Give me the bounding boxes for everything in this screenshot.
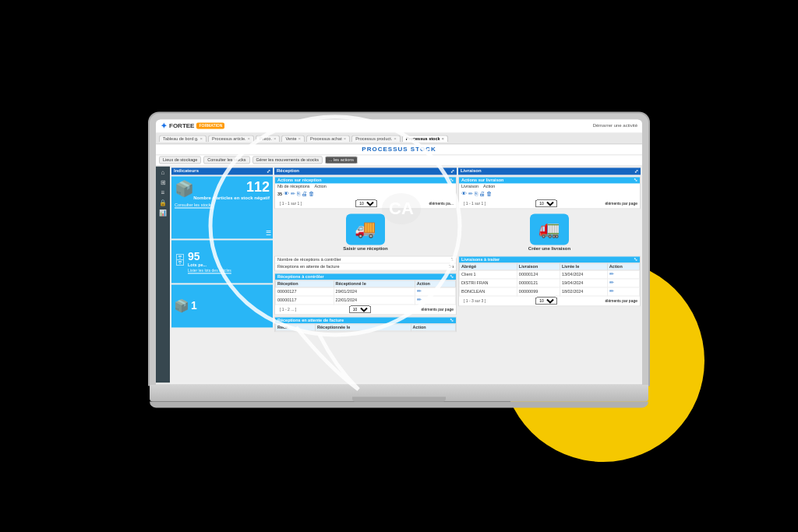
collapse-icon[interactable]: ⤡ bbox=[634, 178, 637, 182]
logo-area: ✦ FORTEE FORMATION bbox=[161, 122, 224, 130]
tab-tableau[interactable]: Tableau de bord g. × bbox=[159, 135, 207, 142]
controler-pagination: [ 1 - 2 ... ] bbox=[277, 306, 298, 312]
nav-consulter-stocks[interactable]: Consulter les stocks bbox=[203, 156, 249, 164]
row-action-icon[interactable]: ✏ bbox=[417, 297, 422, 302]
collapse-icon[interactable]: ⤡ bbox=[450, 274, 454, 279]
actions-livraison-header: Actions sur livraison ⤡ bbox=[459, 177, 640, 183]
attente-table: Réce. Réceptionnée le Action bbox=[275, 323, 456, 331]
tab-processus-article[interactable]: Processus article. × bbox=[208, 135, 254, 142]
table-row: 00000117 22/01/2024 ✏ bbox=[276, 295, 456, 304]
livraisons-traiter: Livraisons à traiter ⤡ Abrégé Livrai bbox=[458, 255, 641, 306]
scene: ✦ FORTEE FORMATION Démarrer une activité… bbox=[0, 0, 798, 532]
lock-icon: 🔒 bbox=[159, 199, 167, 206]
tab-processus-product[interactable]: Processus product. × bbox=[351, 135, 401, 142]
edit-icon[interactable]: ✏ bbox=[291, 191, 295, 197]
row-action-icon[interactable]: ✏ bbox=[609, 271, 614, 277]
livraison-truck-icon: 🚛 bbox=[530, 213, 569, 245]
collapse-icon[interactable]: ⤡ bbox=[450, 318, 454, 322]
traiter-table: Abrégé Livraison Livrée le Action bbox=[459, 262, 640, 296]
tab-preco[interactable]: Préco. × bbox=[256, 135, 280, 142]
nav-lieux-stockage[interactable]: Lieux de stockage bbox=[159, 156, 201, 164]
print-icon[interactable]: 🖨 bbox=[302, 191, 307, 196]
indicator-menu-icon[interactable]: ☰ bbox=[266, 230, 271, 237]
per-page-label2: éléments par page bbox=[422, 307, 454, 312]
collapse-icon[interactable]: ⤡ bbox=[450, 178, 454, 182]
view-icon[interactable]: 👁 bbox=[461, 191, 467, 196]
ca-badge: CA bbox=[382, 193, 421, 224]
livraison-action-icons: 👁 ✏ ⎘ 🖨 🗑 bbox=[459, 189, 640, 199]
traiter-per-page-select[interactable]: 10 bbox=[535, 297, 557, 305]
col-reception: Réception ⤢ Actions sur réception ⤡ bbox=[274, 167, 457, 381]
collapse-icon[interactable]: ⤡ bbox=[634, 257, 637, 262]
tab-vente[interactable]: Vente × bbox=[281, 135, 305, 142]
indicator-number-lots: 95 bbox=[188, 250, 231, 262]
expand-icon[interactable]: ⤢ bbox=[634, 168, 638, 174]
expand-icon[interactable]: ⤢ bbox=[267, 168, 270, 174]
table-row: Client 1 00000124 13/04/2024 ✏ bbox=[460, 270, 640, 278]
tab-processus-stock[interactable]: Processus stock × bbox=[402, 135, 448, 142]
per-page-select[interactable]: 10 bbox=[355, 199, 377, 207]
per-page-label: éléments pa... bbox=[429, 201, 454, 206]
col-indicateurs: Indicateurs ⤢ 📦 112 Nombre d'articles en… bbox=[171, 167, 273, 381]
laptop: ✦ FORTEE FORMATION Démarrer une activité… bbox=[150, 113, 648, 407]
delete-icon[interactable]: 🗑 bbox=[309, 191, 314, 196]
indicator-card-articles: 📦 112 Nombre d'articles en stock négatif… bbox=[171, 176, 273, 238]
view-icon[interactable]: 👁 bbox=[284, 191, 289, 196]
stat-row-1: Nombre de réceptions à contrôler 1 bbox=[275, 256, 456, 263]
copy-icon[interactable]: ⎘ bbox=[475, 191, 478, 196]
list-icon: ≡ bbox=[161, 189, 165, 196]
tabs-bar: Tableau de bord g. × Processus article. … bbox=[156, 133, 642, 144]
indicator-link-articles[interactable]: Consulter les stocks bbox=[175, 203, 270, 207]
logo-star-icon: ✦ bbox=[161, 122, 167, 130]
reception-count: 35 bbox=[277, 192, 282, 196]
tab-close-icon[interactable]: × bbox=[200, 136, 203, 141]
reception-pagination: [ 1 - 1 sur 1 ] bbox=[277, 200, 304, 206]
controler-header: Réceptions à contrôler ⤡ bbox=[275, 273, 456, 280]
saisir-reception-label: Saisir une réception bbox=[343, 246, 387, 251]
activity-button[interactable]: Démarrer une activité bbox=[593, 123, 637, 128]
reception-header: Réception ⤢ bbox=[274, 167, 457, 174]
attente-header: Réceptions en attente de facture ⤡ bbox=[275, 317, 456, 323]
laptop-foot bbox=[150, 401, 648, 407]
table-row: BONCLEAN 00000099 18/02/2024 ✏ bbox=[460, 287, 640, 295]
per-page-label3: éléments par page bbox=[606, 201, 637, 206]
per-page-label4: éléments par page bbox=[606, 298, 637, 303]
archive-icon: 🗄 bbox=[174, 254, 186, 268]
tab-close-icon[interactable]: × bbox=[394, 136, 397, 141]
expand-icon[interactable]: ⤢ bbox=[450, 168, 454, 174]
tab-close-icon[interactable]: × bbox=[248, 136, 251, 141]
action-label: Action bbox=[315, 184, 327, 188]
row-action-icon[interactable]: ✏ bbox=[609, 288, 614, 294]
indicator-card-lots: 🗄 95 Lots pe... Lister les lots des arti… bbox=[171, 240, 273, 283]
indicator-link-lots[interactable]: Lister les lots des articles bbox=[188, 268, 231, 273]
creer-livraison-label: Créer une livraison bbox=[528, 246, 570, 251]
nav-more-actions[interactable]: ... les actions bbox=[325, 156, 358, 164]
tab-close-icon[interactable]: × bbox=[298, 136, 302, 141]
row-action-icon[interactable]: ✏ bbox=[609, 280, 614, 285]
tab-close-icon[interactable]: × bbox=[344, 136, 347, 141]
nav-gerer-mouvements[interactable]: Gérer les mouvements de stocks bbox=[252, 156, 323, 164]
tab-close-icon[interactable]: × bbox=[442, 136, 445, 141]
livraison-pagination: [ 1 - 1 sur 1 ] bbox=[461, 200, 488, 206]
grid-icon: ⊞ bbox=[161, 179, 166, 186]
nav-actions: Lieux de stockage Consulter les stocks G… bbox=[156, 155, 642, 166]
indicator-label-lots: Lots pe... bbox=[188, 262, 231, 267]
tab-close-icon[interactable]: × bbox=[274, 136, 277, 141]
edit-icon[interactable]: ✏ bbox=[468, 191, 473, 197]
creer-livraison-container: 🚛 Créer une livraison bbox=[458, 210, 641, 254]
reception-action-icons: 35 👁 ✏ ⎘ 🖨 🗑 bbox=[275, 189, 456, 199]
actions-livraison: Actions sur livraison ⤡ Livraison Action bbox=[458, 176, 641, 209]
print-icon[interactable]: 🖨 bbox=[479, 191, 485, 196]
tab-processus-achat[interactable]: Processus achat × bbox=[306, 135, 350, 142]
controler-per-page-select[interactable]: 10 bbox=[349, 305, 371, 313]
indicateurs-header: Indicateurs ⤢ bbox=[171, 167, 273, 174]
creer-livraison-card[interactable]: 🚛 Créer une livraison bbox=[528, 213, 570, 251]
reception-truck-icon: 🚚 bbox=[346, 213, 385, 245]
livraison-per-page-select[interactable]: 10 bbox=[535, 199, 557, 207]
row-action-icon[interactable]: ✏ bbox=[417, 288, 422, 294]
laptop-screen: ✦ FORTEE FORMATION Démarrer une activité… bbox=[156, 119, 642, 384]
saisir-reception-card[interactable]: 🚚 Saisir une réception bbox=[343, 213, 387, 251]
delete-icon[interactable]: 🗑 bbox=[486, 191, 492, 196]
copy-icon[interactable]: ⎘ bbox=[297, 191, 300, 196]
laptop-base bbox=[150, 384, 648, 401]
